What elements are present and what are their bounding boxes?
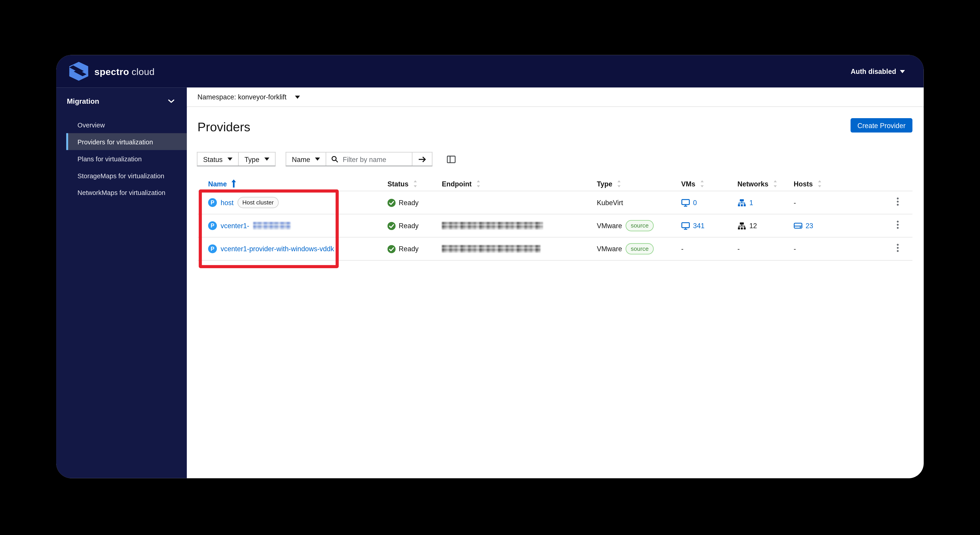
- column-header-status[interactable]: Status: [377, 180, 431, 187]
- app-window: spectrocloud Auth disabled Migration Ove…: [56, 55, 924, 478]
- name-filter-label: Name: [292, 155, 310, 163]
- sidebar-group-migration[interactable]: Migration: [56, 88, 187, 111]
- hosts-value: -: [794, 199, 796, 206]
- chevron-down-icon: [168, 99, 174, 103]
- name-filter-dropdown[interactable]: Name: [286, 153, 326, 166]
- actions-cell: [877, 243, 912, 255]
- column-header-type[interactable]: Type: [586, 180, 671, 187]
- sort-icon: [817, 180, 821, 187]
- sort-icon: [773, 180, 777, 187]
- provider-icon: P: [208, 198, 217, 207]
- auth-menu[interactable]: Auth disabled: [851, 68, 905, 75]
- brand: spectrocloud: [68, 61, 155, 81]
- table-row-vcenter1-vddk: P vcenter1-provider-with-windows-vddk Re…: [197, 237, 912, 261]
- status-cell: Ready: [377, 199, 431, 207]
- status-label: Ready: [399, 222, 418, 229]
- type-cell: KubeVirt: [586, 199, 671, 206]
- chevron-down-icon: [295, 96, 300, 99]
- vms-count: 341: [693, 222, 705, 229]
- create-provider-button[interactable]: Create Provider: [851, 118, 912, 133]
- row-actions-kebab-button[interactable]: [893, 220, 902, 232]
- apply-filter-button[interactable]: [412, 153, 432, 166]
- sort-ascending-icon: [231, 179, 236, 188]
- chevron-down-icon: [228, 158, 232, 161]
- status: Ready: [388, 199, 419, 207]
- sidebar-item-plans[interactable]: Plans for virtualization: [66, 150, 187, 167]
- column-header-name[interactable]: Name: [197, 179, 377, 188]
- name-cell: P vcenter1-provider-with-windows-vddk: [197, 244, 377, 253]
- brand-name-secondary: cloud: [132, 66, 155, 76]
- vms-count: 0: [693, 199, 697, 206]
- column-header-endpoint[interactable]: Endpoint: [431, 180, 586, 187]
- networks-value: 12: [737, 221, 757, 230]
- check-circle-icon: [388, 221, 396, 230]
- search-field: [326, 153, 412, 166]
- screen: spectrocloud Auth disabled Migration Ove…: [0, 0, 980, 535]
- auth-menu-label: Auth disabled: [851, 68, 896, 75]
- provider-link-vcenter1[interactable]: vcenter1-: [221, 222, 249, 229]
- sidebar-item-storagemaps[interactable]: StorageMaps for virtualization: [66, 167, 187, 184]
- provider-icon: P: [208, 244, 217, 253]
- sort-icon: [476, 180, 480, 187]
- endpoint-cell: [431, 222, 586, 229]
- manage-columns-button[interactable]: [446, 154, 457, 164]
- name-cell: P host Host cluster: [197, 197, 377, 208]
- sort-icon: [617, 180, 621, 187]
- status-filter-label: Status: [203, 155, 223, 163]
- actions-cell: [877, 196, 912, 209]
- hosts-count: 23: [806, 222, 813, 229]
- kebab-icon: [897, 244, 899, 245]
- networks-count: 12: [749, 222, 757, 229]
- sidebar-item-networkmaps[interactable]: NetworkMaps for virtualization: [66, 184, 187, 201]
- networks-link[interactable]: 1: [737, 199, 753, 207]
- column-header-label: Status: [388, 180, 409, 187]
- name-search-group: Name: [286, 152, 433, 166]
- table-row-host: P host Host cluster Ready KubeVirt: [197, 191, 912, 214]
- column-header-label: Type: [597, 180, 612, 187]
- type-value: KubeVirt: [597, 199, 623, 206]
- provider-link-vcenter1-vddk[interactable]: vcenter1-provider-with-windows-vddk: [221, 245, 334, 253]
- sidebar-item-providers[interactable]: Providers for virtualization: [66, 133, 187, 150]
- network-icon: [737, 221, 746, 230]
- column-header-networks[interactable]: Networks: [727, 180, 783, 187]
- redacted-name-text: [253, 222, 290, 229]
- column-header-vms[interactable]: VMs: [671, 180, 727, 187]
- column-header-label: Name: [208, 180, 227, 187]
- row-actions-kebab-button[interactable]: [893, 196, 902, 209]
- vms-cell: 341: [671, 221, 727, 230]
- hosts-link[interactable]: 23: [794, 222, 813, 229]
- columns-icon: [447, 155, 456, 163]
- type-filter-label: Type: [244, 155, 259, 163]
- source-badge: source: [626, 243, 654, 254]
- check-circle-icon: [388, 245, 396, 253]
- sidebar-item-label: StorageMaps for virtualization: [78, 172, 164, 179]
- hosts-cell: 23: [783, 222, 877, 229]
- row-actions-kebab-button[interactable]: [893, 243, 902, 255]
- namespace-selector[interactable]: Namespace: konveyor-forklift: [197, 93, 300, 100]
- status-filter-dropdown[interactable]: Status: [197, 153, 238, 166]
- kebab-icon: [897, 197, 899, 199]
- vm-icon: [681, 199, 690, 207]
- column-header-hosts[interactable]: Hosts: [783, 180, 877, 187]
- provider-link-host[interactable]: host: [221, 199, 234, 206]
- sidebar-item-label: Plans for virtualization: [78, 155, 142, 162]
- vms-value: -: [681, 245, 683, 253]
- spectro-cloud-logo-icon: [68, 61, 90, 81]
- search-icon: [332, 156, 338, 162]
- hosts-cell: -: [783, 245, 877, 253]
- chevron-down-icon: [315, 158, 320, 161]
- namespace-bar: Namespace: konveyor-forklift: [187, 88, 924, 107]
- masthead: spectrocloud Auth disabled: [56, 55, 924, 88]
- vms-link[interactable]: 0: [681, 199, 697, 207]
- sidebar-item-overview[interactable]: Overview: [66, 116, 187, 133]
- type-filter-dropdown[interactable]: Type: [238, 153, 275, 166]
- networks-cell: 1: [727, 199, 783, 207]
- sidebar: Migration Overview Providers for virtual…: [56, 88, 187, 478]
- network-icon: [737, 199, 746, 207]
- search-input[interactable]: [342, 155, 407, 164]
- brand-name-primary: spectro: [94, 66, 129, 76]
- status-cell: Ready: [377, 221, 431, 230]
- vms-link[interactable]: 341: [681, 221, 705, 230]
- sidebar-item-label: Providers for virtualization: [78, 138, 153, 145]
- provider-icon: P: [208, 221, 217, 230]
